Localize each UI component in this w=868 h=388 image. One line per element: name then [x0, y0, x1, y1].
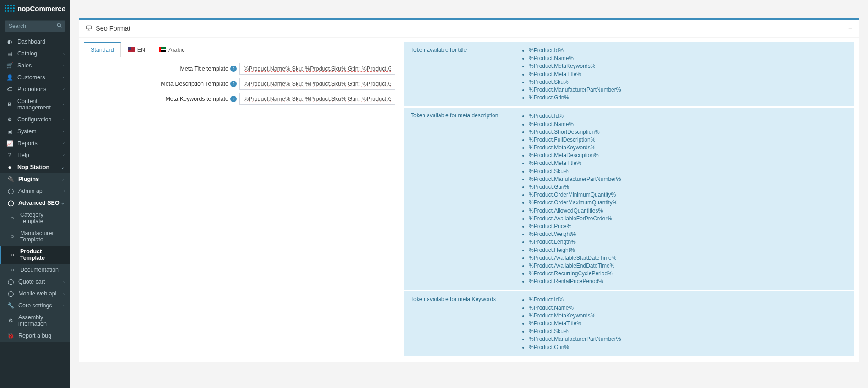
help-icon[interactable]: ? — [230, 66, 237, 72]
token-item: %Product.MetaTitle% — [529, 159, 621, 167]
chevron-left-icon: ‹ — [63, 51, 65, 56]
plug-icon: 🔌 — [6, 176, 15, 182]
input-meta-keywords[interactable] — [239, 93, 395, 105]
chevron-left-icon: ‹ — [63, 291, 65, 296]
circle-o-icon: ◯ — [6, 188, 15, 194]
help-icon[interactable]: ? — [230, 96, 237, 102]
sidebar-item-advanced-seo[interactable]: ◯Advanced SEO⌄ — [0, 197, 70, 209]
tab-en[interactable]: EN — [121, 42, 152, 57]
circle-o-icon: ◯ — [6, 279, 15, 285]
chevron-left-icon: ‹ — [63, 75, 65, 80]
label-meta-title: Meta Title template? — [84, 66, 239, 72]
token-item: %Product.AllowedQuantities% — [529, 207, 621, 214]
cart-icon: 🛒 — [5, 62, 14, 69]
desktop-icon: 🖥 — [5, 101, 14, 108]
sidebar: nopCommerce ◐Dashboard ▤Catalog‹ 🛒Sales‹… — [0, 0, 70, 366]
input-meta-title[interactable] — [239, 63, 395, 75]
sidebar-item-catalog[interactable]: ▤Catalog‹ — [0, 48, 70, 60]
tab-arabic[interactable]: Arabic — [152, 42, 191, 57]
panel-title: Seo Format — [96, 25, 130, 32]
token-list-title: %Product.Id%%Product.Name%%Product.MetaK… — [521, 47, 621, 102]
row-meta-description: Meta Description Template? — [84, 78, 395, 90]
sidebar-item-manufacturer-template[interactable]: ○Manufacturer Template — [0, 227, 70, 246]
sidebar-item-plugins[interactable]: 🔌Plugins⌄ — [0, 173, 70, 185]
main-content: Seo Format − Standard EN Arabic Meta Tit… — [70, 0, 868, 362]
token-item: %Product.Price% — [529, 223, 621, 230]
sidebar-item-product-template[interactable]: ○Product Template — [0, 246, 70, 264]
nopstation-submenu: 🔌Plugins⌄ ◯Admin api‹ ◯Advanced SEO⌄ ○Ca… — [0, 173, 70, 342]
token-item: %Product.Id% — [529, 47, 621, 54]
sidebar-item-report-bug[interactable]: 🐞Report a bug — [0, 330, 70, 342]
token-item: %Product.Sku% — [529, 168, 621, 175]
sidebar-item-configuration[interactable]: ⚙Configuration‹ — [0, 114, 70, 126]
sidebar-item-content[interactable]: 🖥Content management‹ — [0, 95, 70, 114]
token-item: %Product.AvailableEndDateTime% — [529, 262, 621, 269]
locale-tabs: Standard EN Arabic — [84, 42, 395, 57]
cubes-icon: ▣ — [5, 128, 14, 135]
token-item: %Product.MetaTitle% — [529, 71, 621, 78]
token-list-keywords: %Product.Id%%Product.Name%%Product.MetaK… — [521, 296, 621, 351]
token-item: %Product.MetaKeywords% — [529, 312, 621, 319]
sidebar-item-assembly-info[interactable]: ⚙Assembly information — [0, 311, 70, 330]
sidebar-item-core-settings[interactable]: 🔧Core settings‹ — [0, 300, 70, 311]
flag-us-icon — [128, 47, 135, 52]
tachometer-icon: ◐ — [5, 38, 14, 45]
sidebar-search — [0, 16, 70, 36]
brand-logo[interactable]: nopCommerce — [0, 0, 70, 16]
chevron-down-icon: ⌄ — [61, 177, 65, 181]
token-item: %Product.FullDescription% — [529, 136, 621, 143]
svg-rect-2 — [87, 26, 92, 29]
tokens-column: Token available for title %Product.Id%%P… — [404, 42, 854, 357]
token-item: %Product.AvailableStartDateTime% — [529, 254, 621, 262]
tab-standard[interactable]: Standard — [84, 42, 121, 57]
token-block-title: Token available for title %Product.Id%%P… — [404, 42, 854, 106]
sidebar-item-nopstation[interactable]: ●Nop Station⌄ — [0, 161, 70, 173]
row-meta-title: Meta Title template? — [84, 63, 395, 75]
circle-solid-icon: ● — [5, 164, 14, 170]
token-item: %Product.Name% — [529, 304, 621, 311]
token-item: %Product.MetaKeywords% — [529, 62, 621, 70]
bug-icon: 🐞 — [6, 333, 15, 339]
token-item: %Product.ShortDescription% — [529, 128, 621, 136]
sidebar-item-documentation[interactable]: ○Documentation — [0, 264, 70, 276]
token-item: %Product.Sku% — [529, 78, 621, 86]
sidebar-item-help[interactable]: ?Help‹ — [0, 149, 70, 161]
sidebar-item-mobile-web-api[interactable]: ◯Mobile web api‹ — [0, 288, 70, 300]
form-rows: Meta Title template? Meta Description Te… — [84, 57, 395, 114]
circle-o-icon: ◯ — [6, 290, 15, 297]
svg-point-0 — [57, 23, 60, 27]
token-heading-title: Token available for title — [411, 47, 521, 102]
circle-o-icon: ○ — [8, 251, 16, 258]
search-icon[interactable] — [56, 22, 63, 30]
brand-text: nopCommerce — [17, 5, 65, 12]
wrench-icon: 🔧 — [6, 302, 15, 309]
logo-icon — [5, 5, 15, 12]
sidebar-item-dashboard[interactable]: ◐Dashboard — [0, 36, 70, 48]
circle-o-icon: ○ — [8, 215, 16, 221]
sidebar-item-promotions[interactable]: 🏷Promotions‹ — [0, 83, 70, 95]
help-icon[interactable]: ? — [230, 81, 237, 87]
token-item: %Product.Id% — [529, 112, 621, 120]
user-icon: 👤 — [5, 74, 14, 81]
sidebar-item-sales[interactable]: 🛒Sales‹ — [0, 60, 70, 71]
sidebar-item-quote-cart[interactable]: ◯Quote cart‹ — [0, 276, 70, 288]
input-meta-description[interactable] — [239, 78, 395, 90]
label-meta-keywords: Meta Keywords template? — [84, 96, 239, 103]
cogs-icon: ⚙ — [5, 116, 14, 123]
sidebar-item-category-template[interactable]: ○Category Template — [0, 209, 70, 227]
token-item: %Product.AvailableForPreOrder% — [529, 215, 621, 222]
panel-header: Seo Format − — [79, 20, 859, 38]
token-item: %Product.MetaKeywords% — [529, 144, 621, 151]
sidebar-item-admin-api[interactable]: ◯Admin api‹ — [0, 185, 70, 197]
token-item: %Product.MetaTitle% — [529, 320, 621, 327]
chevron-left-icon: ‹ — [63, 117, 65, 122]
token-item: %Product.Weight% — [529, 230, 621, 238]
token-item: %Product.ManufacturerPartNumber% — [529, 86, 621, 93]
chevron-left-icon: ‹ — [63, 153, 65, 158]
flag-ae-icon — [159, 47, 166, 52]
sidebar-item-customers[interactable]: 👤Customers‹ — [0, 71, 70, 83]
sidebar-item-reports[interactable]: 📈Reports‹ — [0, 137, 70, 149]
sidebar-item-system[interactable]: ▣System‹ — [0, 126, 70, 137]
panel-collapse-button[interactable]: − — [848, 24, 852, 33]
form-column: Standard EN Arabic Meta Title template? … — [84, 42, 395, 114]
